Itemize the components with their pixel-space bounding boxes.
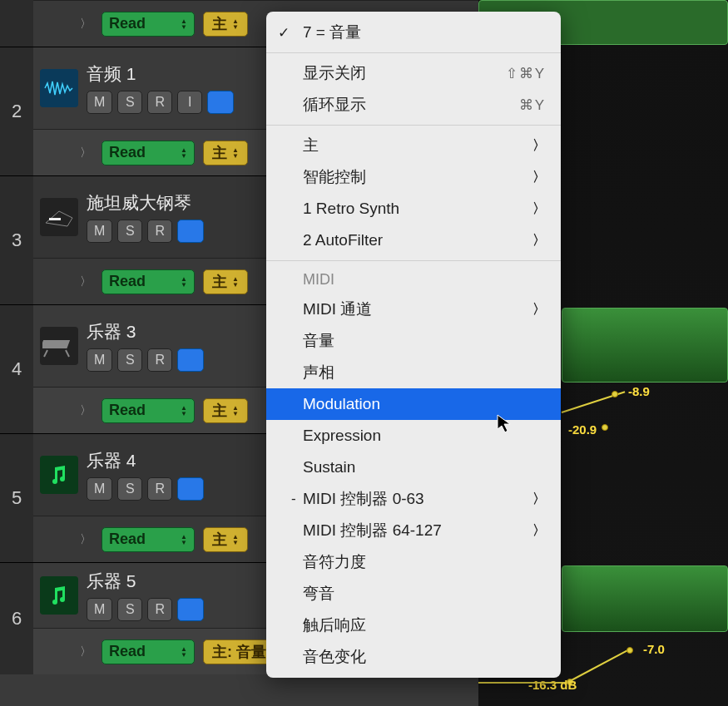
automation-curve[interactable] xyxy=(570,649,630,682)
menu-item-sustain[interactable]: Sustain xyxy=(266,452,561,483)
menu-item-pitchbend[interactable]: 弯音 xyxy=(266,578,561,610)
automation-param-select[interactable]: 主 ▲▼ xyxy=(203,527,248,552)
automation-mode-select[interactable]: Read ▲▼ xyxy=(102,141,195,165)
menu-label: 弯音 xyxy=(303,583,334,605)
solo-button[interactable]: S xyxy=(117,348,142,372)
automation-param-select[interactable]: 主 ▲▼ xyxy=(203,398,248,423)
track-name-label[interactable]: 乐器 5 xyxy=(87,570,204,593)
record-button[interactable]: R xyxy=(147,348,172,372)
chevron-right-icon: 〉 xyxy=(532,301,546,318)
menu-item-aftertouch[interactable]: 触后响应 xyxy=(266,610,561,641)
timeline-region[interactable] xyxy=(562,308,728,383)
mute-button[interactable]: M xyxy=(87,91,112,114)
menu-item-cycle[interactable]: 循环显示 ⌘Y xyxy=(266,89,561,121)
disclosure-icon[interactable]: 〉 xyxy=(78,532,93,547)
track-meta: 音频 1 M S R I xyxy=(87,62,234,114)
mute-button[interactable]: M xyxy=(87,348,112,372)
menu-item-current[interactable]: ✓ 7 = 音量 xyxy=(266,17,561,48)
automation-param-select[interactable]: 主 ▲▼ xyxy=(203,12,248,37)
track-number-col xyxy=(0,0,33,47)
chevron-right-icon: 〉 xyxy=(532,137,546,155)
record-button[interactable]: R xyxy=(147,477,172,501)
extra-button[interactable] xyxy=(177,220,204,243)
menu-item-retro[interactable]: 1 Retro Synth 〉 xyxy=(266,193,561,225)
menu-item-show-off[interactable]: 显示关闭 ⇧⌘Y xyxy=(266,57,561,89)
automation-value-label: -16.3 dB xyxy=(528,678,577,692)
track-number: 4 xyxy=(0,305,33,433)
menu-item-smart[interactable]: 智能控制 〉 xyxy=(266,161,561,193)
menu-item-main[interactable]: 主 〉 xyxy=(266,130,561,161)
extra-button[interactable] xyxy=(177,477,204,501)
menu-item-autofilter[interactable]: 2 AutoFilter 〉 xyxy=(266,225,561,256)
automation-mode-select[interactable]: Read ▲▼ xyxy=(102,269,195,294)
track-number: 6 xyxy=(0,563,33,674)
disclosure-icon[interactable]: 〉 xyxy=(78,274,93,289)
solo-button[interactable]: S xyxy=(117,477,142,501)
automation-mode-select[interactable]: Read ▲▼ xyxy=(102,12,195,37)
menu-label: Sustain xyxy=(303,458,355,476)
menu-item-pan[interactable]: 声相 xyxy=(266,357,561,388)
mute-button[interactable]: M xyxy=(87,598,112,621)
menu-item-midi-channel[interactable]: MIDI 通道 〉 xyxy=(266,294,561,325)
mute-button[interactable]: M xyxy=(87,477,112,501)
audio-waveform-icon xyxy=(40,69,78,107)
solo-button[interactable]: S xyxy=(117,598,142,621)
chevron-right-icon: 〉 xyxy=(532,200,546,218)
track-meta: 乐器 4 M S R xyxy=(87,449,204,501)
menu-item-midi-0-63[interactable]: - MIDI 控制器 0-63 〉 xyxy=(266,483,561,515)
record-button[interactable]: R xyxy=(147,220,172,243)
automation-point[interactable] xyxy=(602,424,608,431)
track-name-label[interactable]: 乐器 4 xyxy=(87,449,204,472)
record-button[interactable]: R xyxy=(147,598,172,621)
automation-mode-select[interactable]: Read ▲▼ xyxy=(102,527,195,552)
menu-item-expression[interactable]: Expression xyxy=(266,420,561,452)
menu-label: Modulation xyxy=(303,395,380,413)
menu-item-midi-64-127[interactable]: MIDI 控制器 64-127 〉 xyxy=(266,515,561,546)
automation-param-select[interactable]: 主 ▲▼ xyxy=(203,269,248,294)
automation-mode-label: Read xyxy=(109,531,146,548)
solo-button[interactable]: S xyxy=(117,91,142,114)
check-icon: ✓ xyxy=(278,24,290,42)
extra-button[interactable] xyxy=(177,348,204,372)
solo-button[interactable]: S xyxy=(117,220,142,243)
updown-icon: ▲▼ xyxy=(232,147,239,159)
menu-item-volume[interactable]: 音量 xyxy=(266,325,561,357)
disclosure-icon[interactable]: 〉 xyxy=(78,644,93,659)
keyboard-icon xyxy=(40,327,78,365)
updown-icon: ▲▼ xyxy=(232,405,239,417)
automation-param-select[interactable]: 主 ▲▼ xyxy=(203,141,248,165)
automation-param-label: 主 xyxy=(212,272,227,292)
menu-label: 显示关闭 xyxy=(303,62,366,84)
chevron-right-icon: 〉 xyxy=(532,491,546,508)
menu-label: 音量 xyxy=(303,330,334,352)
automation-point[interactable] xyxy=(612,391,618,397)
mute-button[interactable]: M xyxy=(87,220,112,243)
track-name-label[interactable]: 施坦威大钢琴 xyxy=(87,191,204,215)
menu-item-program[interactable]: 音色变化 xyxy=(266,641,561,673)
input-button[interactable]: I xyxy=(177,91,202,114)
menu-item-velocity[interactable]: 音符力度 xyxy=(266,546,561,578)
timeline-region[interactable] xyxy=(562,565,728,632)
automation-mode-select[interactable]: Read ▲▼ xyxy=(102,639,195,664)
menu-label: MIDI 控制器 0-63 xyxy=(303,488,424,510)
automation-point[interactable] xyxy=(626,647,633,654)
menu-item-modulation[interactable]: Modulation xyxy=(266,388,561,420)
automation-mode-select[interactable]: Read ▲▼ xyxy=(102,398,195,423)
extra-button[interactable] xyxy=(177,598,204,621)
updown-icon: ▲▼ xyxy=(181,18,187,30)
track-button-row: M S R xyxy=(87,348,204,372)
disclosure-icon[interactable]: 〉 xyxy=(78,146,93,160)
updown-icon: ▲▼ xyxy=(181,534,187,546)
track-name-label[interactable]: 乐器 3 xyxy=(87,320,204,343)
disclosure-icon[interactable]: 〉 xyxy=(78,17,93,32)
record-button[interactable]: R xyxy=(147,91,172,114)
menu-label: 7 = 音量 xyxy=(303,22,361,43)
updown-icon: ▲▼ xyxy=(181,147,187,159)
extra-button[interactable] xyxy=(207,91,234,114)
automation-param-label: 主 xyxy=(212,14,227,34)
menu-section-header: MIDI xyxy=(266,265,561,294)
menu-label: MIDI 控制器 64-127 xyxy=(303,520,442,541)
track-name-label[interactable]: 音频 1 xyxy=(87,62,234,86)
disclosure-icon[interactable]: 〉 xyxy=(78,403,93,418)
track-button-row: M S R xyxy=(87,598,204,621)
